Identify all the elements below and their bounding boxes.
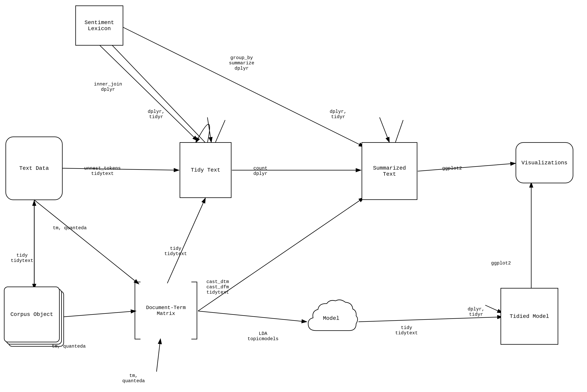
model-label: Model	[323, 315, 339, 322]
svg-line-11	[34, 200, 139, 284]
label-dplyr-tidyr-tidied: dplyr, tidyr	[468, 301, 484, 317]
label-dtm-extra: tm, quanteda	[122, 368, 145, 384]
label-lda: LDA topicmodels	[248, 326, 278, 342]
diagram: Sentiment Lexicon Text Data Tidy Text Su…	[0, 0, 587, 392]
tidied-model-label: Tidied Model	[510, 313, 549, 320]
dtm-label: Document-Term Matrix	[146, 305, 186, 316]
text-data-label: Text Data	[19, 165, 49, 171]
tidy-text-label: Tidy Text	[191, 167, 220, 173]
visualizations-label: Visualizations	[522, 160, 568, 166]
label-ggplot2-tidied: ggplot2	[491, 255, 511, 266]
node-visualizations: Visualizations	[516, 142, 573, 183]
label-group-by: group_by summarize dplyr	[229, 50, 254, 71]
svg-line-9	[208, 117, 211, 142]
sentiment-lexicon-label: Sentiment Lexicon	[84, 20, 114, 32]
svg-line-8	[380, 117, 390, 142]
arrows-layer	[0, 0, 587, 392]
label-tidy-tidytext-corpus: tidy tidytext	[11, 248, 33, 263]
label-cast-dtm: cast_dtm cast_dfm tidytext	[206, 274, 229, 295]
svg-line-4	[418, 163, 516, 171]
svg-line-19	[485, 305, 502, 313]
label-tm-quanteda-text: tm, quanteda	[53, 220, 87, 230]
svg-line-2	[62, 168, 179, 170]
corpus-object-label: Corpus Object	[10, 312, 53, 318]
node-text-data: Text Data	[6, 136, 62, 200]
node-dtm: Document-Term Matrix	[134, 282, 197, 340]
node-sentiment-lexicon: Sentiment Lexicon	[75, 6, 123, 46]
svg-line-20	[156, 339, 160, 372]
svg-line-7	[119, 26, 364, 147]
svg-line-17	[358, 317, 502, 322]
svg-line-16	[198, 311, 307, 322]
node-tidied-model: Tidied Model	[500, 288, 558, 345]
node-summarized-text: Summarized Text	[362, 142, 417, 200]
node-model: Model	[304, 295, 358, 341]
label-ggplot2-main: ggplot2	[442, 160, 462, 171]
svg-line-5	[112, 44, 206, 143]
label-dplyr-tidyr-right: dplyr, tidyr	[330, 104, 346, 120]
label-tm-quanteda-corpus: tm, quanteda	[52, 338, 86, 349]
label-inner-join: inner_join dplyr	[94, 76, 122, 92]
label-tidy-tidytext-dtm: tidy tidytext	[164, 240, 187, 256]
svg-line-6	[100, 46, 198, 141]
label-count-dplyr: count dplyr	[254, 160, 268, 176]
label-unnest-tokens: unnest_tokens tidytext	[84, 160, 121, 176]
node-tidy-text: Tidy Text	[180, 142, 232, 198]
label-dplyr-tidyr-left: dplyr, tidyr	[148, 104, 164, 120]
summarized-text-label: Summarized Text	[373, 165, 406, 177]
svg-line-13	[62, 311, 136, 317]
label-model-to-tidied: tidy tidytext	[395, 320, 418, 336]
